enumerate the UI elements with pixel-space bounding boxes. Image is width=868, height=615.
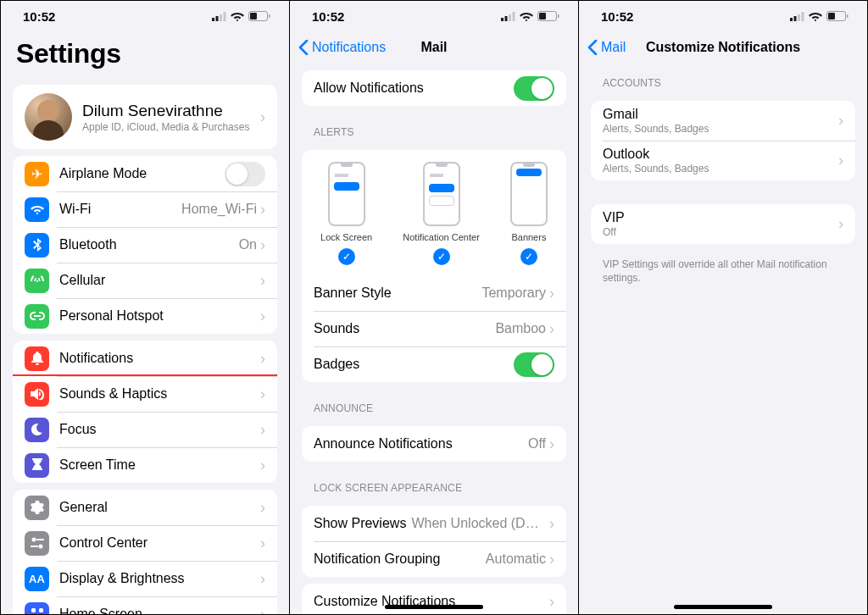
chevron-left-icon: [298, 40, 309, 55]
avatar: [25, 93, 72, 141]
svg-rect-28: [847, 14, 849, 18]
svg-rect-25: [802, 12, 804, 21]
allow-notifications-toggle[interactable]: [514, 76, 554, 101]
grid-icon: [25, 602, 49, 615]
svg-rect-6: [269, 14, 270, 18]
svg-rect-1: [216, 16, 219, 21]
airplane-toggle[interactable]: [225, 162, 265, 186]
check-icon: ✓: [520, 248, 537, 265]
row-home-screen[interactable]: Home Screen ›: [13, 596, 277, 614]
cellular-icon: [25, 269, 49, 293]
wifi-icon: [520, 11, 533, 21]
chevron-right-icon: ›: [549, 551, 554, 568]
chevron-right-icon: ›: [260, 499, 265, 517]
check-icon: ✓: [338, 248, 355, 265]
svg-rect-10: [31, 546, 38, 547]
chevron-right-icon: ›: [260, 236, 265, 254]
row-account-gmail[interactable]: Gmail Alerts, Sounds, Badges ›: [591, 101, 855, 141]
row-general[interactable]: General ›: [13, 490, 277, 525]
status-bar: 10:52: [579, 1, 867, 31]
svg-rect-22: [790, 18, 793, 21]
home-indicator[interactable]: [385, 605, 483, 609]
hourglass-icon: [25, 453, 49, 478]
chevron-right-icon: ›: [549, 593, 554, 611]
row-customize-notifications[interactable]: Customize Notifications ›: [302, 584, 566, 614]
section-header-announce: ANNOUNCE: [290, 389, 578, 419]
svg-rect-8: [36, 539, 44, 540]
row-hotspot[interactable]: Personal Hotspot ›: [13, 298, 277, 334]
footer-note: VIP Settings will override all other Mai…: [579, 251, 867, 285]
row-wifi[interactable]: Wi-Fi Home_Wi-Fi ›: [13, 191, 277, 227]
profile-name: Dilum Senevirathne: [82, 102, 260, 120]
row-control-center[interactable]: Control Center ›: [13, 525, 277, 561]
nav-bar: Notifications Mail: [290, 31, 578, 64]
alert-option-banners[interactable]: Banners ✓: [510, 162, 548, 265]
vip-name: VIP: [603, 210, 838, 225]
row-display-brightness[interactable]: AA Display & Brightness ›: [13, 561, 277, 596]
svg-rect-27: [828, 13, 835, 19]
row-banner-style[interactable]: Banner Style Temporary ›: [302, 275, 566, 311]
row-show-previews[interactable]: Show Previews When Unlocked (Default) ›: [302, 506, 566, 541]
account-name: Gmail: [603, 107, 838, 122]
svg-rect-15: [501, 18, 504, 21]
account-subtitle: Alerts, Sounds, Badges: [603, 163, 838, 175]
bluetooth-icon: [25, 233, 49, 258]
alert-option-lock-screen[interactable]: Lock Screen ✓: [320, 162, 372, 265]
svg-point-9: [38, 545, 42, 549]
row-account-outlook[interactable]: Outlook Alerts, Sounds, Badges ›: [591, 141, 855, 180]
row-bluetooth[interactable]: Bluetooth On ›: [13, 227, 277, 263]
chevron-right-icon: ›: [260, 308, 265, 325]
screen-mail-notifications: 10:52 Notifications Mail Allow Notificat…: [290, 1, 579, 614]
account-subtitle: Alerts, Sounds, Badges: [603, 123, 838, 135]
chevron-left-icon: [587, 40, 598, 55]
section-header-accounts: ACCOUNTS: [579, 64, 867, 94]
account-name: Outlook: [603, 147, 838, 162]
home-indicator[interactable]: [674, 605, 772, 609]
row-airplane-mode[interactable]: ✈ Airplane Mode: [13, 156, 277, 191]
row-announce-notifications[interactable]: Announce Notifications Off ›: [302, 426, 566, 462]
screen-customize-notifications: 10:52 Mail Customize Notifications ACCOU…: [579, 1, 867, 614]
row-sounds[interactable]: Sounds Bamboo ›: [302, 311, 566, 346]
chevron-right-icon: ›: [838, 215, 843, 233]
chevron-right-icon: ›: [838, 112, 843, 130]
hotspot-icon: [25, 304, 49, 329]
nav-bar: Mail Customize Notifications: [579, 31, 867, 64]
notification-center-preview-icon: [423, 162, 460, 226]
battery-icon: [537, 11, 559, 21]
back-button[interactable]: Mail: [587, 40, 626, 55]
status-time: 10:52: [312, 9, 344, 24]
row-allow-notifications[interactable]: Allow Notifications: [302, 70, 566, 106]
chevron-right-icon: ›: [260, 272, 265, 290]
svg-rect-11: [31, 608, 36, 612]
row-notification-grouping[interactable]: Notification Grouping Automatic ›: [302, 541, 566, 577]
alert-option-notification-center[interactable]: Notification Center ✓: [403, 162, 480, 265]
svg-point-7: [31, 538, 36, 542]
row-notifications[interactable]: Notifications ›: [13, 341, 277, 376]
profile-row[interactable]: Dilum Senevirathne Apple ID, iCloud, Med…: [13, 85, 277, 149]
chevron-right-icon: ›: [260, 201, 265, 219]
badges-toggle[interactable]: [514, 352, 554, 377]
row-badges[interactable]: Badges: [302, 346, 566, 382]
svg-rect-16: [505, 16, 508, 21]
row-cellular[interactable]: Cellular ›: [13, 263, 277, 298]
section-header-alerts: ALERTS: [290, 113, 578, 143]
screen-settings: 10:52 Settings Dilum Senevirathne Apple …: [1, 1, 290, 614]
svg-rect-0: [212, 18, 214, 21]
chevron-right-icon: ›: [260, 421, 265, 439]
chevron-right-icon: ›: [260, 385, 265, 403]
status-time: 10:52: [23, 9, 55, 24]
row-vip[interactable]: VIP Off ›: [591, 204, 855, 244]
banner-preview-icon: [510, 162, 548, 226]
row-screen-time[interactable]: Screen Time ›: [13, 447, 277, 483]
cellular-icon: [790, 12, 804, 21]
back-button[interactable]: Notifications: [298, 40, 386, 55]
svg-rect-12: [39, 608, 43, 612]
chevron-right-icon: ›: [260, 108, 265, 126]
chevron-right-icon: ›: [549, 435, 554, 453]
row-sounds-haptics[interactable]: Sounds & Haptics ›: [13, 376, 277, 412]
chevron-right-icon: ›: [260, 570, 265, 588]
wifi-icon: [25, 197, 49, 222]
row-focus[interactable]: Focus ›: [13, 412, 277, 447]
airplane-icon: ✈: [25, 162, 49, 186]
profile-subtitle: Apple ID, iCloud, Media & Purchases: [82, 121, 260, 133]
